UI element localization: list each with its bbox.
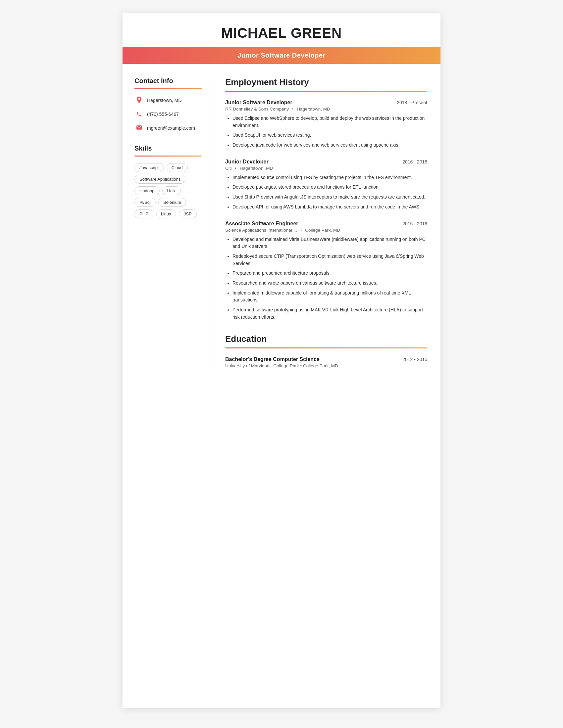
job-bullet: Used SoapUI for web services testing. — [232, 132, 427, 139]
job-bullet: Developed and maintained Vitria Business… — [232, 236, 427, 250]
job-bullet: Prepared and presented architecture prop… — [232, 270, 427, 277]
candidate-name: MICHAEL GREEN — [122, 25, 441, 41]
education-section-title: Education — [225, 334, 427, 344]
job-bullet: Used $http Provider with Angular.JS inte… — [232, 194, 427, 201]
job-bullet: Researched and wrote papers on various s… — [232, 280, 427, 287]
job-bullets: Implemented source control using TFS by … — [225, 174, 427, 211]
sidebar: Contact Info Hagerstown, MD — [122, 77, 212, 372]
edu-degree: Bachelor's Degree Computer Science — [225, 356, 320, 362]
contact-email: mgreen@example.com — [134, 123, 202, 133]
resume-document: MICHAEL GREEN Junior Software Developer … — [122, 13, 441, 708]
job-company: Citi • Hagerstown, MD — [225, 166, 427, 171]
skill-tag: PHP — [134, 209, 153, 218]
email-value: mgreen@example.com — [147, 125, 195, 131]
job-bullet: Developed packages, stored procedures an… — [232, 184, 427, 191]
job-title: Junior Software Developer — [225, 100, 293, 106]
skills-tags-container: JavascriptCloudSoftware ApplicationsHado… — [134, 163, 202, 218]
skills-section: Skills JavascriptCloudSoftware Applicati… — [134, 145, 202, 218]
contact-location: Hagerstown, MD — [134, 96, 202, 105]
job-dates: 2015 - 2016 — [402, 221, 427, 226]
job-entry: Associate Software Engineer2015 - 2016Sc… — [225, 221, 427, 321]
resume-header: MICHAEL GREEN Junior Software Developer — [122, 13, 441, 64]
job-header: Junior Developer2016 - 2018 — [225, 159, 427, 165]
contact-section-title: Contact Info — [134, 77, 202, 85]
skills-divider — [134, 156, 202, 157]
job-dates: 2018 - Present — [397, 100, 427, 105]
location-value: Hagerstown, MD — [147, 98, 181, 103]
job-header: Associate Software Engineer2015 - 2016 — [225, 221, 427, 227]
skill-tag: Cloud — [166, 163, 188, 172]
candidate-title: Junior Software Developer — [237, 52, 326, 59]
email-icon — [134, 123, 144, 133]
resume-body: Contact Info Hagerstown, MD — [122, 64, 441, 385]
job-bullet: Redeployed secure CTIP (Transportation O… — [232, 253, 427, 267]
job-header: Junior Software Developer2018 - Present — [225, 100, 427, 106]
job-company: Science Applications International ... •… — [225, 228, 427, 233]
job-title: Junior Developer — [225, 159, 268, 165]
edu-header: Bachelor's Degree Computer Science2012 -… — [225, 356, 427, 362]
job-title: Associate Software Engineer — [225, 221, 299, 227]
skill-tag: Unix — [162, 186, 181, 195]
job-bullets: Used Eclipse and WebSphere to develop, b… — [225, 115, 427, 149]
employment-divider — [225, 91, 427, 92]
skill-tag: Pl/Sql — [134, 198, 156, 207]
education-list: Bachelor's Degree Computer Science2012 -… — [225, 356, 427, 368]
skill-tag: Hadoop — [134, 186, 160, 195]
edu-dates: 2012 - 2015 — [402, 357, 427, 362]
job-bullet: Used Eclipse and WebSphere to develop, b… — [232, 115, 427, 129]
phone-value: (470) 555-6467 — [147, 112, 179, 117]
skills-section-title: Skills — [134, 145, 202, 152]
job-entry: Junior Software Developer2018 - PresentR… — [225, 100, 427, 149]
job-entry: Junior Developer2016 - 2018Citi • Hagers… — [225, 159, 427, 211]
job-company: RR Donnelley & Sons Company • Hagerstown… — [225, 107, 427, 112]
title-bar: Junior Software Developer — [122, 47, 441, 64]
main-content: Employment History Junior Software Devel… — [212, 77, 441, 372]
job-bullet: Implemented middleware capable of format… — [232, 290, 427, 304]
skill-tag: JSP — [179, 209, 197, 218]
job-bullet: Performed software prototyping using MAK… — [232, 306, 427, 321]
jobs-list: Junior Software Developer2018 - PresentR… — [225, 100, 427, 321]
job-bullet: Developed java code for web services and… — [232, 142, 427, 149]
contact-divider — [134, 88, 202, 89]
phone-icon — [134, 110, 144, 119]
job-dates: 2016 - 2018 — [402, 159, 427, 164]
skill-tag: Linux — [156, 209, 176, 218]
skill-tag: Software Applications — [134, 175, 185, 184]
job-bullets: Developed and maintained Vitria Business… — [225, 236, 427, 321]
contact-section: Contact Info Hagerstown, MD — [134, 77, 202, 133]
edu-entry: Bachelor's Degree Computer Science2012 -… — [225, 356, 427, 368]
job-bullet: Implemented source control using TFS by … — [232, 174, 427, 181]
edu-school: University of Maryland - College Park • … — [225, 363, 427, 368]
contact-phone: (470) 555-6467 — [134, 110, 202, 119]
skill-tag: Selenium — [158, 198, 186, 207]
education-divider — [225, 347, 427, 348]
job-bullet: Developed API for using AWS Lambda to ma… — [232, 204, 427, 211]
skill-tag: Javascript — [134, 163, 164, 172]
education-section: Education Bachelor's Degree Computer Sci… — [225, 334, 427, 368]
employment-section: Employment History Junior Software Devel… — [225, 77, 427, 321]
location-icon — [134, 96, 144, 105]
employment-section-title: Employment History — [225, 77, 427, 87]
